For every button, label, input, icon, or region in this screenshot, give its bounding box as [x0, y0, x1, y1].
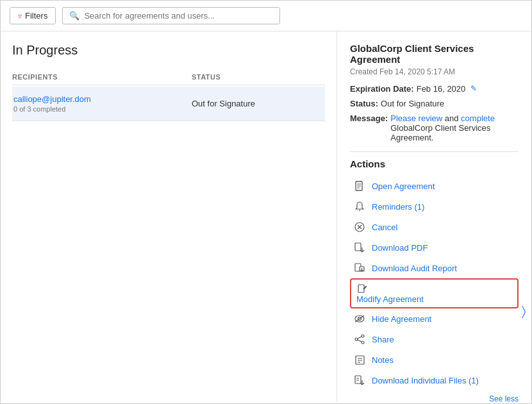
svg-rect-8 — [355, 243, 361, 251]
right-panel: GlobalCorp Client Services Agreement Cre… — [337, 31, 531, 403]
search-icon: 🔍 — [69, 11, 79, 21]
expiration-row: Expiration Date: Feb 16, 2020 ✎ — [350, 84, 519, 94]
share-icon — [354, 333, 365, 345]
reminders-label: Reminders (1) — [372, 202, 424, 212]
section-title: In Progress — [12, 43, 325, 58]
action-cancel[interactable]: Cancel — [350, 217, 519, 237]
svg-point-19 — [362, 341, 364, 344]
table-row[interactable]: calliope@jupiter.dom 0 of 3 completed Ou… — [12, 87, 325, 121]
bell-icon — [354, 201, 365, 212]
col-recipients-header: RECIPIENTS — [12, 73, 192, 81]
recipient-email: calliope@jupiter.dom — [13, 94, 192, 104]
notes-icon — [354, 354, 365, 366]
download-audit-label: Download Audit Report — [372, 264, 457, 273]
modify-agreement-label: Modify Agreement — [356, 294, 424, 304]
see-less[interactable]: See less — [350, 391, 519, 403]
filter-button[interactable]: ▿ Filters — [10, 7, 56, 24]
svg-line-20 — [358, 337, 362, 339]
status-text: Out for Signature — [192, 99, 325, 108]
expiration-label: Expiration Date: — [350, 84, 414, 94]
main-layout: In Progress RECIPIENTS STATUS calliope@j… — [1, 31, 531, 403]
table-header: RECIPIENTS STATUS — [12, 69, 325, 85]
col-status-header: STATUS — [192, 73, 325, 81]
created-date: Created Feb 14, 2020 5:17 AM — [350, 67, 519, 76]
download-pdf-icon — [354, 242, 365, 253]
filter-icon: ▿ — [18, 12, 22, 21]
recipient-progress: 0 of 3 completed — [13, 105, 192, 113]
doc-icon — [354, 180, 365, 192]
action-download-individual[interactable]: Download Individual Files (1) — [350, 370, 519, 391]
cursor-icon: 〉 — [522, 304, 526, 319]
download-individual-label: Download Individual Files (1) — [372, 376, 479, 385]
status-value: Out for Signature — [381, 99, 444, 108]
hide-agreement-label: Hide Agreement — [372, 314, 431, 324]
modify-icon — [356, 283, 368, 294]
search-input[interactable] — [84, 11, 273, 21]
svg-point-18 — [355, 338, 358, 341]
status-row: Status: Out for Signature — [350, 99, 519, 108]
message-link-complete[interactable]: complete — [461, 114, 495, 123]
left-panel: In Progress RECIPIENTS STATUS calliope@j… — [1, 31, 337, 403]
message-row: Message: Please review and complete Glob… — [350, 114, 519, 142]
message-value: Please review and complete GlobalCorp Cl… — [390, 114, 519, 142]
share-label: Share — [372, 335, 394, 344]
actions-title: Actions — [350, 158, 519, 169]
hide-icon — [354, 313, 365, 324]
divider — [350, 151, 519, 152]
top-bar: ▿ Filters 🔍 — [1, 1, 531, 31]
edit-expiration-icon[interactable]: ✎ — [470, 84, 477, 93]
action-modify-agreement[interactable]: Modify Agreement 〉 — [350, 278, 519, 308]
svg-point-17 — [362, 335, 364, 337]
search-box: 🔍 — [62, 7, 280, 24]
action-reminders[interactable]: Reminders (1) — [350, 196, 519, 217]
status-label: Status: — [350, 99, 378, 108]
cancel-label: Cancel — [372, 223, 397, 232]
message-label: Message: — [350, 114, 388, 123]
svg-rect-26 — [355, 376, 361, 383]
action-download-audit[interactable]: Download Audit Report — [350, 258, 519, 278]
action-notes[interactable]: Notes — [350, 349, 519, 370]
message-link-review[interactable]: Please review — [390, 114, 442, 123]
svg-line-21 — [358, 340, 362, 342]
action-share[interactable]: Share — [350, 329, 519, 349]
open-agreement-label: Open Agreement — [372, 181, 435, 191]
download-audit-icon — [354, 262, 365, 274]
filter-label: Filters — [25, 11, 47, 21]
download-individual-icon — [354, 375, 365, 386]
expiration-value: Feb 16, 2020 — [417, 84, 466, 94]
cancel-icon — [354, 221, 365, 233]
notes-label: Notes — [372, 355, 394, 365]
action-download-pdf[interactable]: Download PDF — [350, 237, 519, 258]
download-pdf-label: Download PDF — [372, 243, 428, 253]
action-open-agreement[interactable]: Open Agreement — [350, 176, 519, 196]
action-hide-agreement[interactable]: Hide Agreement — [350, 308, 519, 329]
agreement-title: GlobalCorp Client Services Agreement — [350, 43, 519, 65]
recipient-info: calliope@jupiter.dom 0 of 3 completed — [12, 94, 192, 113]
